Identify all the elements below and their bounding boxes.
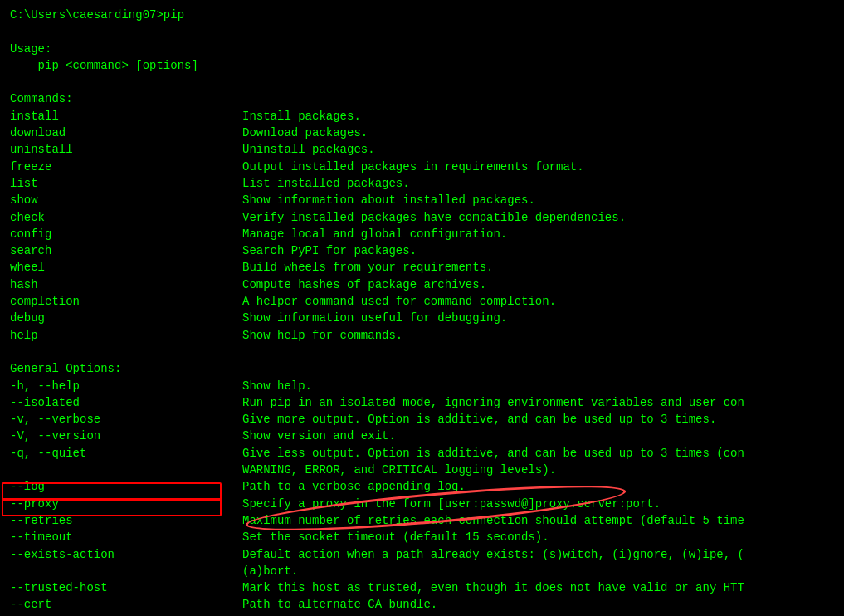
opt-desc: Set the socket timeout (default 15 secon… — [242, 530, 549, 544]
usage-cmd: pip <command> [options] — [10, 57, 834, 74]
cmd-desc: Output installed packages in requirement… — [242, 160, 584, 174]
command-row-12: debugShow information useful for debuggi… — [10, 310, 626, 326]
usage-header: Usage: — [10, 41, 834, 57]
opt-name: --retries — [10, 514, 73, 527]
option-row-10: --exists-action Default action when a pa… — [10, 546, 744, 563]
opt-name: --timeout — [10, 530, 73, 544]
cmd-name: install — [10, 110, 59, 123]
cmd-name: uninstall — [10, 143, 73, 156]
option-row-4: -q, --quietGive less output. Option is a… — [10, 445, 744, 462]
option-row-3: -V, --versionShow version and exit. — [10, 428, 744, 444]
cmd-name: show — [10, 193, 38, 207]
cmd-name: freeze — [10, 160, 51, 174]
options-table: -h, --helpShow help. --isolatedRun pip i… — [10, 378, 744, 616]
opt-desc: (a)bort. — [242, 565, 298, 578]
cmd-name: completion — [10, 295, 80, 308]
command-row-10: hashCompute hashes of package archives. — [10, 276, 626, 293]
cmd-name: list — [10, 177, 38, 190]
opt-desc: Give less output. Option is additive, an… — [242, 447, 744, 460]
cmd-name: search — [10, 244, 51, 257]
cmd-desc: Manage local and global configuration. — [242, 227, 507, 241]
opt-name: --isolated — [10, 396, 80, 409]
cmd-desc: Show information about installed package… — [242, 193, 535, 207]
command-row-13: helpShow help for commands. — [10, 327, 626, 344]
option-row-9: --timeout Set the socket timeout (defaul… — [10, 529, 744, 545]
option-row-12: --trusted-host Mark this host as trusted… — [10, 579, 744, 596]
option-row-13: --cert Path to alternate CA bundle. — [10, 596, 744, 613]
cmd-name: debug — [10, 311, 45, 325]
command-row-1: downloadDownload packages. — [10, 125, 626, 141]
cmd-desc: Verify installed packages have compatibl… — [242, 211, 626, 224]
cmd-name: download — [10, 126, 66, 139]
opt-desc: Show version and exit. — [242, 429, 396, 442]
command-row-8: searchSearch PyPI for packages. — [10, 242, 626, 259]
opt-name: -v, --verbose — [10, 413, 100, 426]
opt-name: --trusted-host — [10, 581, 108, 594]
option-row-7: --proxy Specify a proxy in the form [use… — [10, 496, 744, 512]
cmd-desc: Install packages. — [242, 110, 361, 123]
opt-name: --proxy — [10, 497, 59, 511]
terminal-window: C:\Users\caesarding07>pip Usage: pip <co… — [10, 7, 834, 616]
opt-desc: Mark this host as trusted, even though i… — [242, 581, 744, 594]
opt-name: --exists-action — [10, 548, 115, 561]
opt-name: -q, --quiet — [10, 447, 86, 460]
option-row-8: --retries Maximum number of retries each… — [10, 512, 744, 529]
command-row-5: showShow information about installed pac… — [10, 192, 626, 208]
general-options-header: General Options: — [10, 360, 834, 377]
cmd-name: check — [10, 211, 45, 224]
commands-header: Commands: — [10, 90, 834, 107]
command-row-2: uninstallUninstall packages. — [10, 141, 626, 158]
cmd-name: hash — [10, 278, 38, 291]
cmd-desc: Compute hashes of package archives. — [242, 278, 486, 291]
cmd-desc: Search PyPI for packages. — [242, 244, 417, 257]
opt-desc: Run pip in an isolated mode, ignoring en… — [242, 396, 744, 409]
option-row-0: -h, --helpShow help. — [10, 378, 744, 394]
opt-name: -V, --version — [10, 429, 100, 442]
cmd-desc: List installed packages. — [242, 177, 410, 190]
commands-table: installInstall packages. downloadDownloa… — [10, 108, 626, 344]
command-row-7: configManage local and global configurat… — [10, 226, 626, 242]
cmd-desc: Show information useful for debugging. — [242, 311, 507, 325]
option-row-2: -v, --verboseGive more output. Option is… — [10, 411, 744, 428]
opt-desc: Maximum number of retries each connectio… — [242, 514, 744, 527]
cmd-desc: A helper command used for command comple… — [242, 295, 556, 308]
opt-desc: Path to a verbose appending log. — [242, 480, 466, 493]
cmd-name: wheel — [10, 261, 45, 274]
opt-desc: Specify a proxy in the form [user:passwd… — [242, 497, 661, 511]
option-row-6: --log Path to a verbose appending log. — [10, 478, 744, 495]
opt-desc: Path to alternate CA bundle. — [242, 598, 437, 611]
cmd-desc: Download packages. — [242, 126, 368, 139]
option-row-5: WARNING, ERROR, and CRITICAL logging lev… — [10, 462, 744, 478]
opt-desc: WARNING, ERROR, and CRITICAL logging lev… — [242, 463, 556, 477]
command-row-6: checkVerify installed packages have comp… — [10, 209, 626, 226]
opt-desc: Default action when a path already exist… — [242, 548, 744, 561]
command-row-3: freezeOutput installed packages in requi… — [10, 159, 626, 175]
command-row-0: installInstall packages. — [10, 108, 626, 125]
cmd-name: help — [10, 329, 38, 342]
opt-name: --log — [10, 480, 45, 493]
cmd-name: config — [10, 227, 51, 241]
prompt-line: C:\Users\caesarding07>pip — [10, 7, 834, 23]
opt-desc: Show help. — [242, 379, 312, 393]
command-row-11: completionA helper command used for comm… — [10, 293, 626, 310]
cmd-desc: Uninstall packages. — [242, 143, 375, 156]
command-row-9: wheelBuild wheels from your requirements… — [10, 259, 626, 276]
opt-desc: Give more output. Option is additive, an… — [242, 413, 716, 426]
cmd-desc: Build wheels from your requirements. — [242, 261, 493, 274]
cmd-desc: Show help for commands. — [242, 329, 402, 342]
option-row-1: --isolatedRun pip in an isolated mode, i… — [10, 394, 744, 411]
opt-name: --cert — [10, 598, 51, 611]
option-row-11: (a)bort. — [10, 563, 744, 579]
command-row-4: listList installed packages. — [10, 175, 626, 192]
opt-name: -h, --help — [10, 379, 80, 393]
